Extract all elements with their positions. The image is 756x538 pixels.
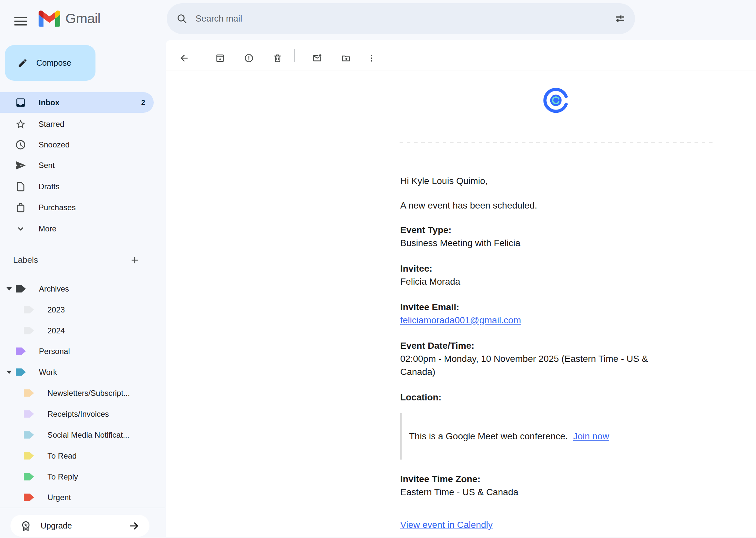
star-icon: [15, 119, 26, 130]
invitee-email-link[interactable]: feliciamorada001@gmail.com: [400, 314, 521, 327]
label-chip-icon: [24, 389, 34, 397]
gmail-wordmark: Gmail: [65, 12, 100, 26]
back-button[interactable]: [174, 48, 195, 69]
compose-label: Compose: [36, 58, 71, 68]
more-vert-icon: [367, 53, 377, 63]
event-datetime-label: Event Date/Time:: [400, 339, 715, 352]
upgrade-label: Upgrade: [40, 521, 72, 530]
expand-triangle-icon[interactable]: [7, 371, 12, 374]
chevron-down-icon: [15, 223, 26, 234]
sidebar-item-inbox[interactable]: Inbox 2: [0, 92, 154, 113]
location-text: This is a Google Meet web conference. Jo…: [409, 430, 609, 443]
location-label: Location:: [400, 391, 715, 404]
label-chip-icon: [24, 327, 34, 335]
upgrade-button[interactable]: Upgrade: [11, 515, 149, 537]
toolbar-divider: [294, 49, 295, 62]
invitee-label: Invitee:: [400, 262, 715, 275]
timezone-value: Eastern Time - US & Canada: [400, 486, 715, 499]
shopping-bag-icon: [15, 202, 26, 213]
sidebar-item-snoozed[interactable]: Snoozed: [0, 134, 154, 155]
email-intro: A new event has been scheduled.: [400, 199, 715, 212]
plus-icon: [130, 255, 140, 265]
label-chip-icon: [16, 285, 26, 293]
label-chip-icon: [24, 452, 34, 460]
pencil-icon: [17, 58, 28, 68]
sidebar-label-to-read[interactable]: To Read: [0, 446, 154, 466]
search-input[interactable]: [196, 14, 610, 24]
expand-triangle-icon[interactable]: [7, 287, 12, 291]
arrow-right-icon: [129, 520, 140, 531]
event-datetime-value: 02:00pm - Monday, 10 November 2025 (East…: [400, 352, 681, 379]
report-spam-button[interactable]: [238, 48, 259, 69]
invitee-value: Felicia Morada: [400, 275, 715, 288]
delete-button[interactable]: [267, 48, 288, 69]
clock-icon: [15, 139, 26, 150]
sidebar-item-purchases[interactable]: Purchases: [0, 197, 154, 218]
sidebar-label-social[interactable]: Social Media Notificat...: [0, 425, 154, 445]
sidebar-item-more[interactable]: More: [0, 218, 154, 239]
upgrade-section: Upgrade: [0, 508, 165, 538]
label-chip-icon: [24, 306, 34, 314]
label-chip-icon: [16, 347, 26, 355]
send-icon: [15, 160, 26, 171]
invitee-email-field: Invitee Email: feliciamorada001@gmail.co…: [400, 301, 715, 327]
calendly-logo-icon: [543, 87, 569, 113]
inbox-unread-count: 2: [141, 98, 145, 107]
event-type-label: Event Type:: [400, 224, 715, 237]
invitee-field: Invitee: Felicia Morada: [400, 262, 715, 288]
location-blockquote: This is a Google Meet web conference. Jo…: [400, 413, 715, 459]
sidebar-label-to-reply[interactable]: To Reply: [0, 466, 154, 487]
compose-button[interactable]: Compose: [5, 45, 95, 81]
email-toolbar: [166, 40, 756, 71]
event-type-value: Business Meeting with Felicia: [400, 237, 715, 250]
more-options-button[interactable]: [361, 48, 382, 69]
label-chip-icon: [24, 493, 34, 501]
search-button[interactable]: [171, 8, 192, 29]
sidebar-label-2024[interactable]: 2024: [0, 320, 154, 341]
sidebar-item-sent[interactable]: Sent: [0, 155, 154, 176]
labels-header: Labels: [0, 250, 154, 270]
move-to-button[interactable]: [335, 48, 356, 69]
tune-icon: [614, 13, 625, 24]
arrow-left-icon: [179, 53, 189, 63]
award-icon: [20, 520, 31, 531]
view-event-link[interactable]: View event in Calendly: [400, 518, 493, 531]
search-bar[interactable]: [167, 3, 635, 34]
sidebar-label-newsletters[interactable]: Newsletters/Subscript...: [0, 383, 154, 404]
join-now-link[interactable]: Join now: [573, 431, 609, 441]
sidebar-label-2023[interactable]: 2023: [0, 299, 154, 320]
search-options-button[interactable]: [610, 8, 630, 29]
label-chip-icon: [24, 473, 34, 481]
sidebar-label-receipts[interactable]: Receipts/Invoices: [0, 404, 154, 424]
trash-icon: [273, 53, 282, 63]
main-menu-button[interactable]: [10, 11, 31, 32]
mark-unread-button[interactable]: [307, 48, 328, 69]
sidebar: Compose Inbox 2 Starred Snoozed Sent Dra…: [0, 34, 165, 538]
gmail-logo-icon: [38, 11, 60, 27]
create-label-button[interactable]: [124, 250, 145, 271]
file-icon: [15, 181, 26, 192]
sidebar-label-urgent[interactable]: Urgent: [0, 487, 154, 508]
mail-unread-icon: [312, 53, 322, 63]
search-icon: [176, 13, 187, 24]
labels-title: Labels: [13, 255, 38, 265]
archive-icon: [215, 53, 225, 63]
sidebar-label-archives[interactable]: Archives: [0, 279, 154, 299]
label-chip-icon: [24, 410, 34, 418]
inbox-icon: [15, 97, 26, 108]
label-chip-icon: [16, 368, 26, 376]
timezone-label: Invitee Time Zone:: [400, 473, 715, 486]
archive-button[interactable]: [209, 48, 231, 69]
folder-move-icon: [341, 53, 351, 63]
event-datetime-field: Event Date/Time: 02:00pm - Monday, 10 No…: [400, 339, 715, 379]
event-type-field: Event Type: Business Meeting with Felici…: [400, 224, 715, 250]
alert-octagon-icon: [244, 53, 254, 63]
sidebar-item-starred[interactable]: Starred: [0, 114, 154, 134]
email-body: Hi Kyle Louis Quimio, A new event has be…: [400, 175, 715, 531]
sidebar-label-work[interactable]: Work: [0, 362, 154, 382]
invitee-email-label: Invitee Email:: [400, 301, 715, 314]
sidebar-label-personal[interactable]: Personal: [0, 341, 154, 361]
sidebar-item-drafts[interactable]: Drafts: [0, 176, 154, 197]
email-divider: [400, 142, 714, 143]
gmail-app: { "header": { "app_name": "Gmail", "sear…: [0, 0, 756, 538]
